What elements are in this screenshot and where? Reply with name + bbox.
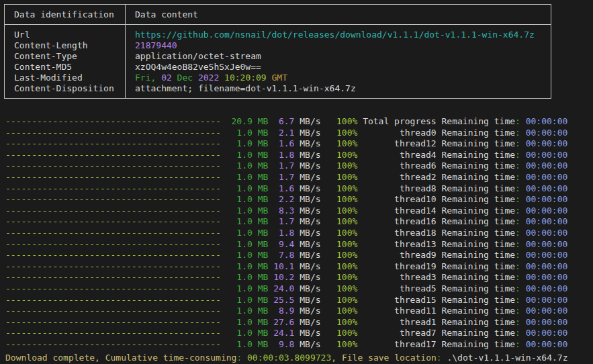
downloaded-size: 1.0 MB <box>226 261 269 273</box>
progress-bar: ----------------------------------------… <box>5 317 221 328</box>
speed-value: 7.8 <box>273 250 294 261</box>
progress-row: ----------------------------------------… <box>5 138 567 150</box>
thread-name: thread17 <box>363 339 437 351</box>
progress-bar: ----------------------------------------… <box>5 216 221 228</box>
progress-row: ----------------------------------------… <box>5 128 567 139</box>
speed-unit: MB/s <box>300 261 320 273</box>
downloaded-size: 1.0 MB <box>226 216 269 228</box>
header-value-part: https://github.com/nsnail/dot/releases/d… <box>135 30 535 40</box>
colon: : <box>515 261 520 273</box>
progress-row: ----------------------------------------… <box>5 228 567 239</box>
progress-bar: ----------------------------------------… <box>5 272 221 283</box>
remaining-time-value: 00:00:00 <box>526 272 568 283</box>
percent-value: 100% <box>336 150 357 161</box>
percent-value: 100% <box>336 183 357 195</box>
header-field-value: https://github.com/nsnail/dot/releases/d… <box>135 30 551 40</box>
progress-bar: ----------------------------------------… <box>5 261 221 273</box>
progress-row: ----------------------------------------… <box>5 206 567 217</box>
header-field-name: Content-MD5 <box>14 62 125 73</box>
percent-value: 100% <box>336 272 357 283</box>
speed-value: 2.2 <box>273 194 294 206</box>
speed-value: 2.1 <box>273 128 294 139</box>
speed-unit: MB/s <box>300 339 320 351</box>
speed-value: 1.8 <box>273 228 294 239</box>
colon: : <box>515 295 520 306</box>
colon: : <box>515 239 520 251</box>
remaining-time-value: 00:00:00 <box>526 239 568 251</box>
thread-name: thread9 <box>363 250 437 261</box>
colon: : <box>515 216 520 228</box>
progress-list: ----------------------------------------… <box>5 116 567 350</box>
remaining-time-label: Remaining time <box>442 283 516 295</box>
colon: : <box>515 194 520 206</box>
progress-row: ----------------------------------------… <box>5 295 567 306</box>
speed-value: 25.5 <box>273 295 294 306</box>
remaining-time-value: 00:00:00 <box>526 150 568 161</box>
percent-value: 100% <box>336 206 357 217</box>
thread-name: thread12 <box>363 138 437 150</box>
thread-name: thread7 <box>363 328 437 339</box>
progress-row: ----------------------------------------… <box>5 283 567 295</box>
progress-bar: ----------------------------------------… <box>5 339 221 351</box>
header-value-part: 02 <box>156 73 171 83</box>
speed-unit: MB/s <box>300 172 320 183</box>
speed-unit: MB/s <box>300 150 320 161</box>
percent-value: 100% <box>336 317 357 328</box>
percent-value: 100% <box>336 283 357 295</box>
colon: : <box>515 228 520 239</box>
remaining-time-label: Remaining time <box>442 306 516 317</box>
header-field-name: Content-Type <box>14 51 125 62</box>
speed-unit: MB/s <box>300 306 320 317</box>
progress-row: ----------------------------------------… <box>5 250 567 261</box>
progress-row: ----------------------------------------… <box>5 317 567 328</box>
progress-row: ----------------------------------------… <box>5 216 567 228</box>
table-keys-column: UrlContent-LengthContent-TypeContent-MD5… <box>5 25 126 98</box>
downloaded-size: 1.0 MB <box>226 306 269 317</box>
speed-value: 9.4 <box>273 239 294 251</box>
colon: : <box>515 317 520 328</box>
speed-value: 27.6 <box>273 317 294 328</box>
speed-value: 10.2 <box>273 272 294 283</box>
remaining-time-label: Remaining time <box>442 194 516 206</box>
progress-row: ----------------------------------------… <box>5 150 567 161</box>
progress-bar: ----------------------------------------… <box>5 306 221 317</box>
colon: : <box>515 250 520 261</box>
speed-unit: MB/s <box>300 128 320 139</box>
remaining-time-value: 00:00:00 <box>526 161 568 172</box>
progress-bar: ----------------------------------------… <box>5 150 221 161</box>
colon: : <box>515 150 520 161</box>
percent-value: 100% <box>336 295 357 306</box>
remaining-time-value: 00:00:00 <box>526 228 568 239</box>
remaining-time-value: 00:00:00 <box>526 216 568 228</box>
progress-row-total: ----------------------------------------… <box>5 116 567 128</box>
thread-name: thread6 <box>363 161 437 172</box>
colon: : <box>515 206 520 217</box>
speed-value: 24.0 <box>273 283 294 295</box>
remaining-time-label: Remaining time <box>442 150 516 161</box>
progress-row: ----------------------------------------… <box>5 328 567 339</box>
thread-name: thread1 <box>363 317 437 328</box>
speed-unit: MB/s <box>300 138 320 150</box>
terminal-window: Data identification Data content UrlCont… <box>0 0 593 364</box>
speed-unit: MB/s <box>300 250 320 261</box>
progress-row: ----------------------------------------… <box>5 261 567 273</box>
header-field-value: Fri, 02 Dec 2022 10:20:09 GMT <box>135 73 551 83</box>
downloaded-size: 1.0 MB <box>226 328 269 339</box>
remaining-time-value: 00:00:00 <box>526 194 568 206</box>
status-part: : <box>437 353 442 363</box>
header-value-part: Dec <box>172 73 193 83</box>
table-header-row: Data identification Data content <box>5 5 551 25</box>
speed-value: 1.8 <box>273 150 294 161</box>
percent-value: 100% <box>336 261 357 273</box>
status-part: .\dot-v1.1.1-win-x64.7z <box>442 353 568 363</box>
remaining-time-label: Remaining time <box>442 161 516 172</box>
header-value-part: Fri, <box>135 73 156 83</box>
speed-unit: MB/s <box>300 295 320 306</box>
remaining-time-label: Remaining time <box>442 138 516 150</box>
http-headers-table: Data identification Data content UrlCont… <box>4 4 551 99</box>
thread-name: thread10 <box>363 194 437 206</box>
remaining-time-label: Remaining time <box>442 339 516 351</box>
progress-row: ----------------------------------------… <box>5 272 567 283</box>
downloaded-size: 1.0 MB <box>226 317 269 328</box>
downloaded-size: 1.0 MB <box>226 150 269 161</box>
